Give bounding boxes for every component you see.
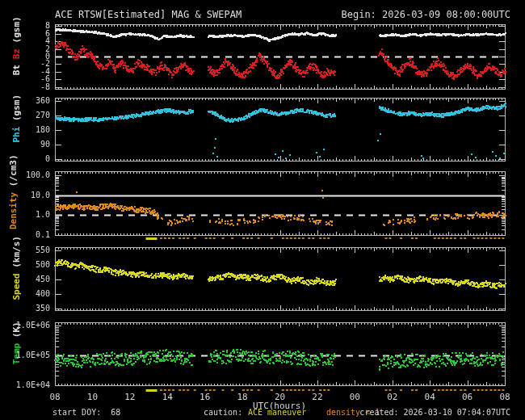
- y-tick-label-temp: 1.0E+06: [2, 321, 50, 330]
- created-timestamp: created: 2026-03-10 07:04:07UTC: [359, 408, 510, 417]
- x-tick-label: 16: [200, 392, 210, 402]
- x-tick-label: 14: [162, 392, 173, 402]
- y-tick-label-density: 10.0: [2, 191, 50, 200]
- y-tick-label-speed: 400: [2, 289, 50, 298]
- y-tick-label-temp: 1.0E+04: [2, 380, 50, 389]
- y-tick-label-speed: 450: [2, 275, 50, 284]
- x-tick-label: 08: [499, 392, 510, 402]
- y-tick-label-speed: 550: [2, 246, 50, 254]
- y-tick-label-density: 100.0: [2, 170, 50, 179]
- y-tick-label-density: 0.1: [2, 230, 50, 239]
- plot-title: ACE RTSW[Estimated] MAG & SWEPAM: [55, 9, 242, 20]
- x-tick-label: 10: [87, 392, 98, 402]
- chart-canvas: [0, 0, 525, 420]
- y-tick-label-density: 1.0: [2, 210, 50, 219]
- y-tick-label-phi: 180: [2, 125, 50, 134]
- y-tick-label-temp: 1.0E+05: [2, 351, 50, 359]
- start-doy-label: start DOY: 68: [52, 408, 120, 417]
- y-tick-label-speed: 500: [2, 260, 50, 269]
- x-tick-label: 04: [425, 392, 435, 402]
- x-tick-label: 12: [124, 392, 135, 402]
- x-tick-label: 02: [387, 392, 397, 402]
- x-tick-label: 18: [237, 392, 247, 402]
- y-tick-label-phi: 0: [2, 154, 50, 163]
- y-tick-label-mag: -8: [2, 82, 50, 91]
- x-tick-label: 22: [312, 392, 322, 402]
- y-tick-label-phi: 90: [2, 140, 50, 149]
- x-tick-label: 06: [462, 392, 472, 402]
- begin-timestamp: Begin: 2026-03-09 08:00:00UTC: [341, 9, 510, 20]
- x-tick-label: 08: [49, 392, 60, 402]
- x-tick-label: 00: [350, 392, 360, 402]
- caution-maneuver-label: ACE maneuver: [248, 408, 306, 417]
- ace-rtsw-plot: ACE RTSW[Estimated] MAG & SWEPAM Begin: …: [0, 0, 525, 420]
- y-tick-label-speed: 350: [2, 304, 50, 313]
- y-tick-label-phi: 360: [2, 96, 50, 105]
- y-tick-label-phi: 270: [2, 111, 50, 120]
- caution-label: caution:: [204, 408, 242, 417]
